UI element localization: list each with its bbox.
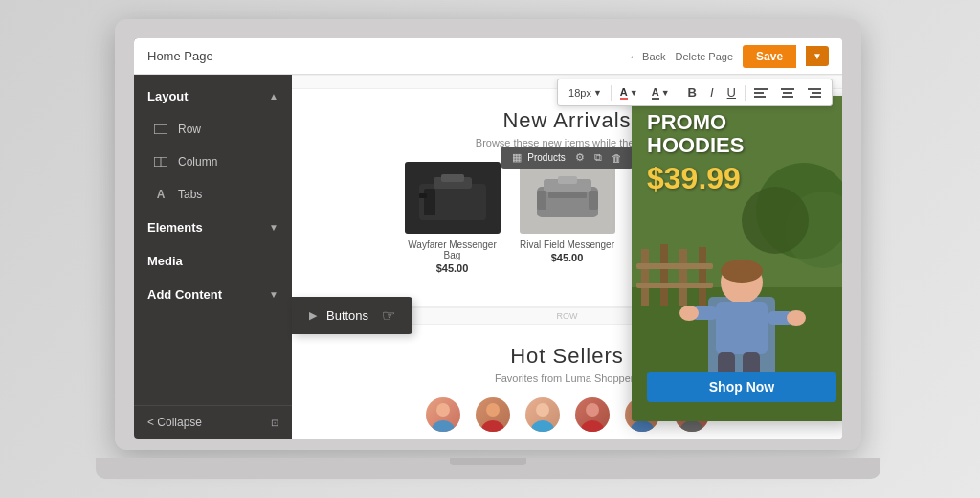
toolbar-separator-3 (745, 85, 746, 101)
sidebar-item-tabs[interactable]: A Tabs (134, 178, 292, 211)
header-actions: ← Back Delete Page Save ▼ (629, 45, 829, 68)
sidebar-item-row[interactable]: Row (134, 113, 292, 146)
shop-now-button[interactable]: Shop Now (647, 372, 836, 402)
svg-rect-50 (636, 283, 713, 288)
svg-rect-6 (808, 88, 821, 90)
column-icon (153, 154, 168, 170)
product-name-2: Rival Field Messenger (520, 239, 615, 250)
bold-button[interactable]: B (683, 83, 702, 102)
sidebar-elements-header[interactable]: Elements ▼ (134, 211, 292, 244)
svg-rect-4 (783, 92, 792, 94)
sidebar-layout-header[interactable]: Layout ▲ (134, 79, 292, 113)
row-icon (153, 122, 168, 137)
promo-banner: PROMOHOODIES $39.99 Shop Now (632, 96, 842, 421)
save-button[interactable]: Save (743, 45, 796, 68)
chevron-up-icon: ▲ (269, 91, 278, 102)
chevron-down-icon: ▼ (269, 222, 278, 233)
toolbar-separator (611, 85, 612, 101)
svg-point-37 (631, 420, 654, 432)
svg-rect-16 (419, 193, 427, 198)
underline-button[interactable]: U (723, 83, 741, 102)
svg-rect-48 (699, 247, 706, 306)
svg-rect-1 (754, 92, 764, 94)
align-left-icon (754, 87, 768, 99)
page-title: Home Page (147, 49, 213, 63)
align-left-button[interactable] (749, 85, 772, 101)
laptop: Home Page ← Back Delete Page Save ▼ 18px… (115, 19, 861, 479)
svg-point-30 (486, 403, 500, 417)
promo-price: $39.99 (647, 161, 744, 196)
promo-text-overlay: PROMOHOODIES $39.99 (647, 111, 744, 196)
svg-point-33 (531, 420, 554, 432)
delete-page-button[interactable]: Delete Page (676, 51, 734, 62)
person-avatar-1 (426, 397, 460, 432)
align-right-button[interactable] (803, 85, 826, 101)
laptop-screen: Home Page ← Back Delete Page Save ▼ 18px… (134, 38, 842, 439)
delete-icon[interactable]: 🗑 (608, 150, 626, 166)
align-center-button[interactable] (776, 85, 799, 101)
laptop-bezel: Home Page ← Back Delete Page Save ▼ 18px… (115, 19, 861, 450)
toolbar-separator-2 (679, 85, 679, 101)
sidebar-add-content-header[interactable]: Add Content ▼ (134, 278, 292, 311)
svg-point-31 (481, 420, 504, 432)
svg-rect-21 (589, 191, 598, 210)
laptop-base (96, 458, 880, 479)
person-avatar-2 (476, 397, 510, 432)
product-price-2: $45.00 (520, 252, 615, 263)
svg-point-53 (721, 260, 763, 283)
promo-title: PROMOHOODIES (647, 111, 744, 157)
product-name-1: Wayfarer Messenger Bag (405, 239, 501, 260)
font-color-a2[interactable]: A ▼ (647, 84, 675, 102)
tabs-icon: A (153, 187, 168, 202)
svg-rect-46 (660, 244, 668, 306)
product-image-2 (520, 162, 615, 234)
align-center-icon (781, 87, 794, 99)
svg-rect-49 (636, 263, 713, 269)
person-avatar-4 (575, 397, 610, 432)
sidebar-section-add-content: Add Content ▼ (134, 278, 292, 311)
svg-rect-45 (641, 249, 649, 306)
collapse-button[interactable]: < Collapse ⊡ (134, 405, 292, 439)
hand-cursor-icon: ☞ (382, 306, 395, 325)
svg-point-44 (742, 187, 809, 254)
font-color-a1[interactable]: A ▼ (615, 84, 643, 102)
italic-button[interactable]: I (705, 83, 719, 102)
svg-rect-3 (781, 88, 794, 90)
chevron-down-icon-2: ▼ (269, 289, 278, 300)
cursor-icon: ▶ (309, 309, 317, 322)
svg-rect-8 (810, 96, 821, 98)
expand-icon: ⊡ (271, 418, 278, 428)
product-item-2: Rival Field Messenger $45.00 (520, 162, 615, 274)
svg-rect-7 (812, 92, 821, 94)
copy-icon[interactable]: ⧉ (590, 149, 606, 166)
sidebar-item-column[interactable]: Column (134, 146, 292, 178)
cms-header: Home Page ← Back Delete Page Save ▼ (134, 38, 842, 75)
font-size-selector[interactable]: 18px ▼ (564, 85, 607, 101)
product-item-1: Wayfarer Messenger Bag $45.00 (405, 162, 501, 274)
svg-point-58 (787, 310, 806, 326)
products-toolbar: ▦ Products ⚙ ⧉ 🗑 (501, 147, 633, 169)
sidebar: 🔍 Find Items Layout ▲ Row (134, 38, 292, 439)
svg-point-32 (536, 403, 549, 417)
sidebar-bottom: < Collapse ⊡ (134, 405, 292, 439)
products-label: Products (527, 152, 565, 163)
products-icon: ▦ (508, 149, 525, 166)
svg-point-29 (432, 420, 455, 432)
svg-rect-5 (782, 96, 793, 98)
save-dropdown-button[interactable]: ▼ (806, 46, 829, 66)
sidebar-section-elements: Elements ▼ (134, 211, 292, 244)
back-button[interactable]: ← Back (629, 51, 666, 62)
svg-rect-19 (558, 176, 577, 184)
svg-rect-9 (154, 124, 167, 134)
promo-background: PROMOHOODIES $39.99 Shop Now (632, 96, 842, 421)
svg-point-34 (586, 403, 599, 417)
buttons-submenu[interactable]: ▶ Buttons ☞ (292, 297, 412, 334)
svg-rect-15 (424, 189, 435, 215)
settings-icon[interactable]: ⚙ (571, 149, 589, 166)
svg-rect-2 (754, 96, 766, 98)
svg-rect-47 (679, 249, 687, 306)
product-image-1 (405, 162, 501, 234)
text-formatting-toolbar: 18px ▼ A ▼ A ▼ B I U (557, 79, 833, 106)
person-avatar-3 (525, 397, 560, 432)
sidebar-media-header[interactable]: Media (134, 244, 292, 278)
